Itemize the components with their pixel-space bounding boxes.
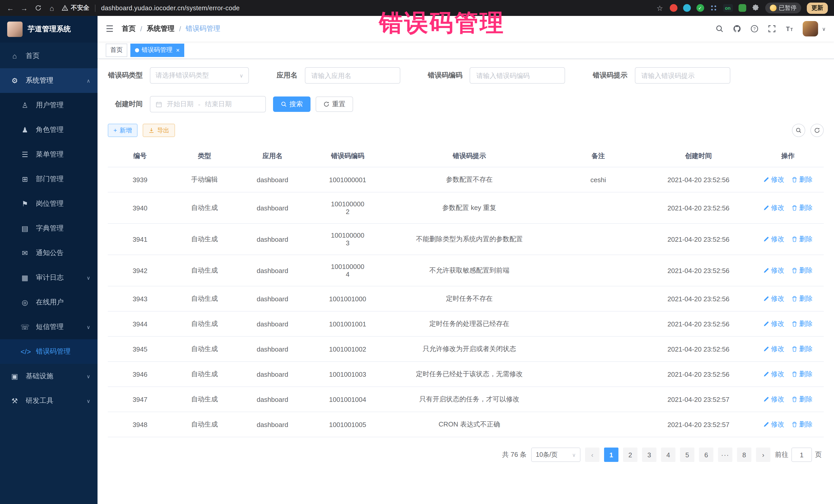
edit-link[interactable]: 修改 (763, 175, 784, 184)
edit-link[interactable]: 修改 (763, 203, 784, 213)
edit-link[interactable]: 修改 (763, 420, 784, 429)
update-button[interactable]: 更新 (807, 2, 828, 14)
error-hint-input[interactable] (635, 67, 730, 84)
tab-close-icon[interactable]: × (176, 46, 180, 53)
date-range-picker[interactable]: 开始日期 - 结束日期 (150, 96, 266, 112)
sidebar-item-dept[interactable]: ⊞部门管理 (0, 167, 97, 192)
sidebar-item-user[interactable]: ♙用户管理 (0, 93, 97, 117)
next-page-button[interactable]: › (756, 447, 770, 462)
search-icon[interactable] (715, 25, 723, 33)
page-button-2[interactable]: 2 (623, 447, 637, 462)
extensions-puzzle-icon[interactable] (752, 4, 759, 12)
delete-link[interactable]: 删除 (791, 395, 812, 404)
toggle-search-button[interactable] (792, 124, 805, 137)
extension-icon-teal[interactable] (683, 4, 690, 12)
edit-link[interactable]: 修改 (763, 235, 784, 244)
delete-link[interactable]: 删除 (791, 344, 812, 354)
paused-badge[interactable]: 已暂停 (765, 3, 801, 13)
sidebar-item-label: 基础设施 (26, 372, 86, 381)
row-remark (552, 311, 645, 336)
forward-icon[interactable]: → (20, 4, 28, 12)
back-icon[interactable]: ← (6, 4, 14, 12)
extension-icon-grid[interactable] (709, 4, 717, 12)
sidebar-item-infra[interactable]: ▣基础设施∨ (0, 364, 97, 389)
refresh-table-button[interactable] (810, 124, 824, 137)
sidebar-item-system[interactable]: ⚙系统管理∧ (0, 68, 97, 93)
edit-link[interactable]: 修改 (763, 344, 784, 354)
page-button-1[interactable]: 1 (604, 447, 618, 462)
delete-link[interactable]: 删除 (791, 319, 812, 328)
sidebar-item-label: 用户管理 (36, 101, 90, 110)
breadcrumb-item[interactable]: 首页 (122, 24, 136, 34)
page-size-select[interactable]: 10条/页∨ (531, 447, 580, 462)
row-code: 1001000004 (308, 255, 387, 286)
delete-link[interactable]: 删除 (791, 294, 812, 303)
tab-error-code[interactable]: 错误码管理× (130, 43, 184, 57)
url-text[interactable]: dashboard.yudao.iocoder.cn/system/error-… (101, 4, 240, 12)
reload-icon[interactable] (34, 5, 42, 11)
prev-page-button[interactable]: ‹ (585, 447, 599, 462)
tab-home[interactable]: 首页 (106, 43, 127, 57)
goto-page-input[interactable] (791, 447, 812, 462)
row-hint: 定时任务的处理器已经存在 (387, 311, 552, 336)
delete-link[interactable]: 删除 (791, 175, 812, 184)
sidebar-item-audit-log[interactable]: ▦审计日志∨ (0, 265, 97, 290)
github-icon[interactable] (733, 25, 741, 33)
delete-link[interactable]: 删除 (791, 235, 812, 244)
sidebar-item-dict[interactable]: ▤字典管理 (0, 216, 97, 241)
user-avatar[interactable] (803, 21, 818, 37)
search-button[interactable]: 搜索 (273, 96, 310, 112)
page-button-4[interactable]: 4 (661, 447, 675, 462)
logo-avatar (7, 22, 23, 37)
extension-on-badge[interactable]: on (723, 4, 733, 12)
sidebar-item-dev-tools[interactable]: ⚒研发工具∨ (0, 389, 97, 413)
extension-icon-red[interactable] (670, 4, 677, 12)
delete-link[interactable]: 删除 (791, 203, 812, 213)
delete-link[interactable]: 删除 (791, 370, 812, 379)
delete-link[interactable]: 删除 (791, 266, 812, 275)
end-date-placeholder: 结束日期 (205, 100, 232, 109)
edit-label: 修改 (771, 294, 784, 303)
site-security-indicator[interactable]: 不安全 (62, 4, 89, 12)
edit-link[interactable]: 修改 (763, 370, 784, 379)
edit-link[interactable]: 修改 (763, 294, 784, 303)
reset-button[interactable]: 重置 (316, 96, 353, 112)
row-app: dashboard (237, 167, 308, 192)
page-button-8[interactable]: 8 (737, 447, 751, 462)
fullscreen-icon[interactable] (768, 25, 776, 33)
sidebar-item-post[interactable]: ⚑岗位管理 (0, 192, 97, 216)
sidebar-item-home[interactable]: ⌂首页 (0, 44, 97, 68)
edit-link[interactable]: 修改 (763, 395, 784, 404)
sidebar-item-role[interactable]: ♟角色管理 (0, 117, 97, 142)
chevron-down-icon: ∨ (86, 398, 90, 404)
browser-home-icon[interactable]: ⌂ (48, 4, 56, 12)
extension-icon-leaf[interactable] (738, 4, 746, 12)
help-icon[interactable]: ? (750, 25, 758, 33)
edit-link[interactable]: 修改 (763, 266, 784, 275)
hamburger-icon[interactable]: ☰ (106, 23, 114, 34)
delete-link[interactable]: 删除 (791, 420, 812, 429)
page-button-6[interactable]: 6 (699, 447, 714, 462)
row-app: dashboard (237, 412, 308, 437)
sidebar-item-menu[interactable]: ☰菜单管理 (0, 142, 97, 167)
bookmark-star-icon[interactable]: ☆ (656, 4, 664, 12)
sidebar-item-notice[interactable]: ✉通知公告 (0, 241, 97, 265)
error-code-input[interactable] (469, 67, 565, 84)
sidebar-item-online-user[interactable]: ◎在线用户 (0, 290, 97, 314)
sidebar-item-error-code[interactable]: </>错误码管理 (0, 339, 97, 364)
page-size-value: 10条/页 (536, 451, 557, 459)
caret-down-icon[interactable]: ∨ (822, 26, 826, 31)
font-size-icon[interactable]: TT (785, 25, 793, 33)
app-name-input[interactable] (305, 67, 400, 84)
page-button-5[interactable]: 5 (680, 447, 695, 462)
extension-icon-check[interactable] (696, 4, 704, 12)
sidebar-item-sms[interactable]: ☏短信管理∨ (0, 314, 97, 339)
page-ellipsis-button[interactable]: ··· (718, 447, 732, 462)
app-logo[interactable]: 芋道管理系统 (0, 16, 97, 43)
breadcrumb-item[interactable]: 系统管理 (147, 24, 175, 34)
export-button[interactable]: 导出 (143, 124, 175, 137)
error-type-select[interactable]: 请选择错误码类型 ∨ (150, 67, 249, 84)
edit-link[interactable]: 修改 (763, 319, 784, 328)
add-button[interactable]: + 新增 (108, 124, 137, 137)
page-button-3[interactable]: 3 (642, 447, 656, 462)
